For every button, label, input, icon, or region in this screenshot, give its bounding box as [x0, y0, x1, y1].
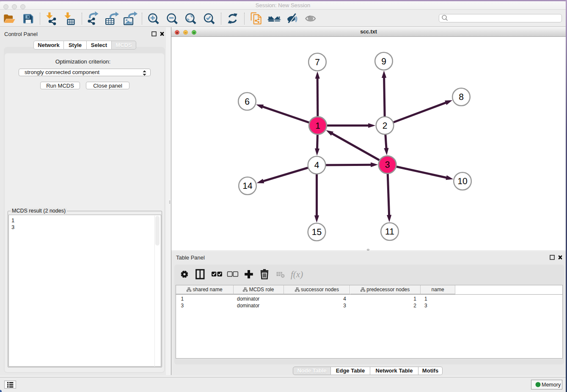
- svg-text:8: 8: [459, 92, 464, 102]
- svg-text:4: 4: [314, 160, 319, 170]
- svg-text:9: 9: [381, 57, 386, 66]
- svg-text:10: 10: [457, 177, 467, 186]
- svg-text:6: 6: [245, 97, 250, 107]
- svg-text:2: 2: [383, 121, 388, 131]
- svg-text:7: 7: [315, 58, 320, 67]
- svg-text:11: 11: [385, 227, 394, 237]
- svg-text:3: 3: [385, 160, 390, 170]
- svg-text:1: 1: [315, 121, 320, 131]
- svg-text:15: 15: [312, 227, 322, 237]
- svg-text:14: 14: [242, 181, 253, 191]
- svg-text:f(x): f(x): [291, 269, 303, 279]
